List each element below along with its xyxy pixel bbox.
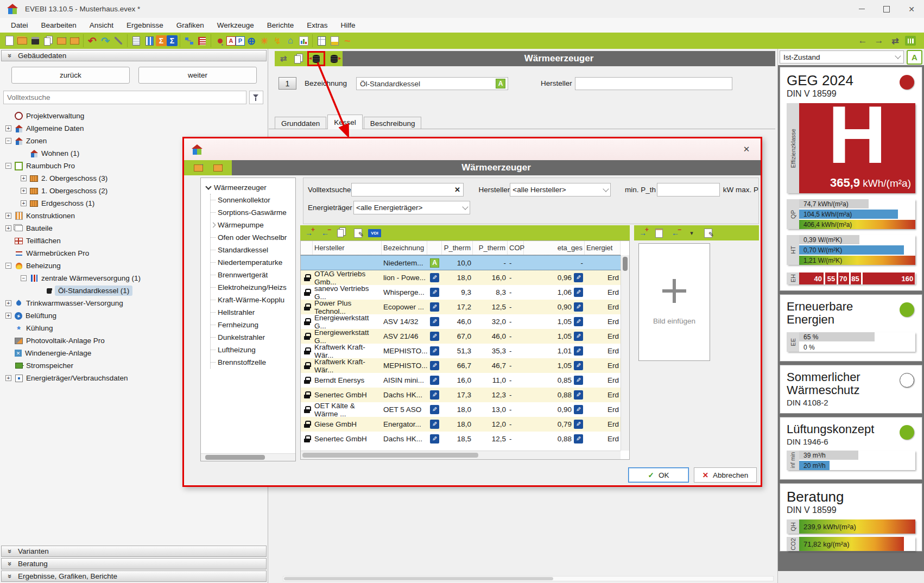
sum-costs-icon[interactable] [156,35,167,46]
category-item[interactable]: Ofen oder Wechselbr [211,231,295,244]
edit-pencil-icon[interactable] [430,361,439,370]
menu-item[interactable]: Berichte [261,19,301,31]
edit-image-icon[interactable] [702,227,714,239]
category-item[interactable]: Fernheizung [211,319,295,331]
tree-expander-icon[interactable] [21,275,27,281]
dropdown-caret-icon[interactable] [686,227,698,239]
col-cop[interactable]: COP [508,241,524,255]
table-row[interactable]: Senertec GmbH Dachs HK... 17,3 12,3 - 0,… [301,388,621,402]
undo-icon[interactable] [86,34,99,48]
list-icon[interactable] [195,34,208,48]
edit-pencil-icon[interactable] [430,420,439,429]
col-energietraeger[interactable]: Energiet [585,241,621,255]
col-hersteller[interactable]: Hersteller [313,241,382,255]
forward-icon[interactable] [872,34,885,48]
collapsed-panel[interactable]: » Ergebnisse, Grafiken, Berichte [1,571,267,582]
index-badge[interactable]: 1 [279,77,296,90]
a-mode-button[interactable]: A [907,50,922,65]
stats-icon[interactable] [297,34,310,48]
edit-pencil-icon[interactable] [574,376,583,385]
edit-pencil-icon[interactable] [574,288,583,297]
new-file-icon[interactable] [3,34,16,48]
exchange-icon[interactable] [277,52,290,66]
tree-expander-icon[interactable] [5,125,11,131]
selected-table-row[interactable]: Niedertem... A 10,0 - - - [301,255,621,270]
table-row[interactable]: OET Kälte & Wärme ... OET 5 ASO 18,0 13,… [301,402,621,417]
edit-pencil-icon[interactable] [430,390,439,400]
table-horizontal-scrollbar[interactable] [301,451,621,459]
edit-pencil-icon[interactable] [574,420,583,429]
add-image-icon[interactable] [637,227,649,239]
col-bezeichnung[interactable]: Bezeichnung [382,241,427,255]
category-item[interactable]: Dunkelstrahler [211,331,295,344]
col-ptherm1[interactable]: P_therm [442,241,473,255]
edit-pencil-icon[interactable] [574,317,583,326]
remove-row-icon[interactable] [319,227,331,239]
report-icon[interactable] [130,34,143,48]
edit-pencil-icon[interactable] [430,273,439,282]
tree-item[interactable]: Projektverwaltung [0,110,268,122]
table-row[interactable]: Power Plus Technol... Ecopower ... 17,2 … [301,300,621,314]
copy-row-icon[interactable] [336,227,347,239]
menu-item[interactable]: Datei [4,19,35,31]
power-icon[interactable] [271,34,284,48]
add-row-icon[interactable] [303,227,315,239]
back-button[interactable]: zurück [11,67,130,84]
tree-expander-icon[interactable] [21,188,27,194]
edit-pencil-icon[interactable] [574,332,583,341]
globe-icon[interactable] [245,34,258,48]
edit-pencil-icon[interactable] [430,288,439,297]
edit-pencil-icon[interactable] [430,376,439,385]
category-item[interactable]: Sonnenkollektor [211,194,295,206]
remove-image-icon[interactable] [669,227,681,239]
category-item[interactable]: Standardkessel [211,244,295,256]
hersteller-input[interactable] [575,77,732,90]
import-icon[interactable] [55,34,68,48]
dialog-close-icon[interactable] [740,144,753,154]
ok-button[interactable]: OK [628,467,689,483]
state-select[interactable]: Ist-Zustand [780,50,904,64]
edit-pencil-icon[interactable] [430,317,439,326]
hersteller-select[interactable]: <alle Hersteller> [510,183,611,197]
workflow-icon[interactable] [182,34,195,48]
save-icon[interactable] [29,34,42,48]
marker-icon[interactable] [213,34,226,48]
dialog-search-input[interactable] [352,183,452,196]
menu-item[interactable]: Ergebnisse [120,19,170,31]
image-placeholder[interactable]: Bild einfügen [638,243,710,361]
tree-expander-icon[interactable] [5,163,11,169]
copy-icon[interactable] [42,34,55,48]
category-item[interactable]: Sorptions-Gaswärme [211,206,295,219]
tree-expander-icon[interactable] [21,175,27,181]
tree-expander-icon[interactable] [5,213,11,219]
edit-pencil-icon[interactable] [430,332,439,341]
table-row[interactable]: Kraftwerk Kraft-Wär... MEPHISTO... 66,7 … [301,358,621,373]
edit-row-icon[interactable] [352,227,364,239]
table-row[interactable]: sanevo Vertriebs G... Whisperge... 9,3 8… [301,285,621,300]
tree-expander-icon[interactable] [5,138,11,144]
open-file-icon[interactable] [16,34,29,48]
edit-pencil-icon[interactable] [574,405,583,414]
table-row[interactable]: Energiewerkstatt G... ASV 21/46 67,0 46,… [301,329,621,344]
fulltext-search-input[interactable] [3,91,246,104]
table-vertical-scrollbar[interactable] [621,255,629,451]
menu-item[interactable]: Werkzeuge [211,19,261,31]
menu-item[interactable]: Bearbeiten [35,19,83,31]
paste-image-icon[interactable] [653,227,665,239]
chart-icon[interactable] [905,36,916,46]
menu-item[interactable]: Hilfe [334,19,362,31]
category-item[interactable]: Wärmepumpe [211,219,295,231]
horizontal-scrollbar[interactable] [283,576,774,581]
a-badge-icon[interactable] [226,36,236,46]
menu-item[interactable]: Extras [300,19,334,31]
sum-energy-icon[interactable] [167,35,178,46]
redo-icon[interactable] [99,34,112,48]
tree-expander-icon[interactable] [5,263,11,269]
p-badge-icon[interactable] [236,36,245,46]
table-row[interactable]: Berndt Enersys AISIN mini... 16,0 11,0 -… [301,373,621,388]
category-item[interactable]: Elektroheizung/Heizs [211,281,295,294]
table-row[interactable]: OTAG Vertriebs Gmb... lion - Powe... 18,… [301,270,621,285]
edit-pencil-icon[interactable] [430,302,439,312]
minimize-button[interactable] [849,0,874,18]
clear-search-icon[interactable] [452,186,463,194]
